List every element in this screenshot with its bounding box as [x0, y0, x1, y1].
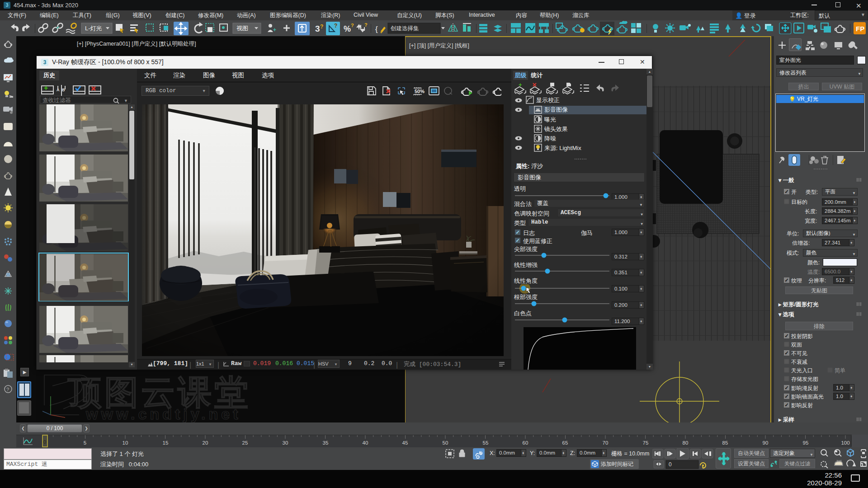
svg-text:?: ? [364, 22, 368, 28]
svg-text:{: { [375, 25, 378, 33]
svg-text:创建选择集: 创建选择集 [390, 25, 419, 32]
svg-text:%: % [344, 24, 351, 33]
svg-text:70: 70 [603, 440, 609, 446]
svg-text:40: 40 [363, 440, 368, 446]
svg-text:+: + [273, 27, 276, 33]
svg-text:0: 0 [43, 439, 46, 445]
svg-text:100: 100 [841, 440, 849, 446]
svg-text:?: ? [334, 23, 337, 29]
svg-text:85: 85 [722, 440, 728, 446]
svg-text:+: + [519, 81, 522, 88]
svg-text:来源: LightMix: 来源: LightMix [544, 145, 581, 151]
svg-text:降噪: 降噪 [544, 135, 556, 142]
svg-text:95: 95 [803, 440, 809, 446]
svg-text:?: ? [351, 23, 354, 28]
svg-text:50: 50 [443, 440, 448, 446]
svg-text:75: 75 [643, 440, 649, 446]
svg-text:65: 65 [562, 440, 568, 446]
svg-text:L-灯光: L-灯光 [85, 25, 102, 32]
svg-text:80: 80 [683, 440, 689, 446]
svg-text:5: 5 [84, 440, 86, 446]
svg-text:35: 35 [323, 440, 329, 446]
svg-text:FP: FP [856, 25, 864, 33]
svg-text:0: 0 [669, 461, 672, 468]
svg-text:+: + [44, 84, 48, 92]
svg-text:60: 60 [523, 440, 528, 446]
svg-text:视图: 视图 [236, 25, 248, 32]
svg-text:3: 3 [315, 24, 320, 33]
svg-text:www.cndtjy.net: www.cndtjy.net [85, 405, 241, 422]
svg-text:?: ? [6, 387, 9, 392]
svg-text:影音图像: 影音图像 [544, 106, 568, 113]
svg-text:A: A [57, 88, 60, 92]
svg-text:50%: 50% [415, 89, 425, 94]
svg-text:镜头效果: 镜头效果 [544, 126, 568, 132]
svg-text:B: B [62, 88, 65, 92]
svg-text:10: 10 [123, 440, 128, 446]
svg-text:90: 90 [763, 440, 769, 446]
svg-text:55: 55 [483, 440, 489, 446]
svg-text:曝光: 曝光 [544, 116, 556, 123]
svg-text:20: 20 [203, 440, 208, 446]
svg-text:15: 15 [163, 440, 169, 446]
svg-text:显示校正: 显示校正 [536, 97, 560, 103]
svg-text:45: 45 [402, 440, 408, 446]
svg-text:25: 25 [242, 440, 248, 446]
svg-text:30: 30 [283, 440, 288, 446]
svg-text:?: ? [320, 23, 323, 30]
